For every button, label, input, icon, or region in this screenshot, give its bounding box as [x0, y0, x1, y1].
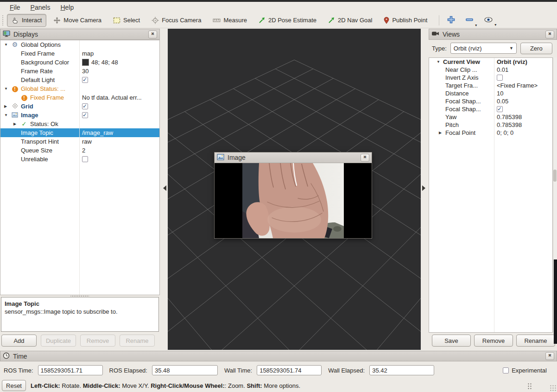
tree-value[interactable]: 0; 0; 0	[497, 129, 513, 136]
tool-visibility-button[interactable]: ▾	[481, 14, 496, 26]
reset-button[interactable]: Reset	[2, 380, 26, 391]
add-button[interactable]: Add	[1, 335, 37, 347]
tree-row-fixed-frame[interactable]: Fixed Frame map	[0, 49, 159, 58]
tree-row-queue-size[interactable]: Queue Size 2	[0, 146, 159, 155]
pose-estimate-tool-button[interactable]: 2D Pose Estimate	[254, 14, 321, 26]
image-window-close-button[interactable]: ✖	[361, 154, 369, 162]
save-view-button[interactable]: Save	[432, 335, 471, 347]
publish-point-tool-button[interactable]: Publish Point	[379, 14, 432, 27]
views-scrollbar-handle[interactable]	[553, 170, 557, 182]
tree-row-near-clip[interactable]: Near Clip ... 0.01	[429, 66, 552, 74]
interact-tool-button[interactable]: Interact	[7, 14, 46, 27]
views-close-button[interactable]: ✖	[545, 31, 554, 38]
focal-shape-checkbox[interactable]	[497, 106, 503, 112]
tree-row-focal-point[interactable]: ▶Focal Point 0; 0; 0	[429, 129, 552, 137]
resize-grip[interactable]	[550, 385, 556, 391]
displays-close-button[interactable]: ✖	[148, 31, 157, 38]
image-window-titlebar[interactable]: Image ✖	[215, 152, 372, 163]
tree-value[interactable]: 0.01	[497, 66, 508, 73]
chevron-right-icon[interactable]: ▶	[13, 122, 20, 126]
chevron-down-icon[interactable]: ▼	[4, 113, 11, 117]
tree-row-pitch[interactable]: Pitch 0.785398	[429, 121, 552, 129]
ros-elapsed-input[interactable]	[152, 365, 218, 375]
tree-row-default-light[interactable]: Default Light	[0, 76, 159, 84]
collapse-right-panel-arrow[interactable]	[422, 185, 425, 191]
view-type-dropdown[interactable]: Orbit (rviz) ▼	[450, 43, 517, 54]
select-tool-button[interactable]: Select	[108, 14, 145, 26]
views-panel-titlebar[interactable]: Views ✖	[429, 29, 557, 40]
column-divider[interactable]	[79, 40, 80, 295]
chevron-right-icon[interactable]: ▶	[439, 131, 445, 135]
tree-row-transport-hint[interactable]: Transport Hint raw	[0, 137, 159, 146]
tree-row-frame-rate[interactable]: Frame Rate 30	[0, 67, 159, 76]
default-light-checkbox[interactable]	[82, 77, 88, 83]
tree-row-status-fixed-frame[interactable]: !Fixed Frame No tf data. Actual err...	[0, 93, 159, 102]
move-camera-tool-button[interactable]: Move Camera	[49, 14, 106, 27]
add-tool-button[interactable]	[444, 14, 458, 27]
tree-value[interactable]: map	[82, 50, 94, 57]
tree-row-invert-z[interactable]: Invert Z Axis	[429, 74, 552, 82]
tree-value[interactable]: 0.05	[497, 98, 508, 105]
tree-value[interactable]: <Fixed Frame>	[497, 82, 538, 89]
tree-value[interactable]: /image_raw	[82, 129, 113, 136]
tree-row-current-view[interactable]: ▼Current View Orbit (rviz)	[429, 58, 552, 66]
tree-value[interactable]: 2	[82, 147, 85, 154]
remove-button[interactable]: Remove	[80, 335, 115, 347]
column-divider[interactable]	[494, 58, 494, 332]
tree-row-global-options[interactable]: ▼⚙Global Options	[0, 40, 159, 49]
grid-enabled-checkbox[interactable]	[82, 103, 88, 109]
tree-row-image[interactable]: ▼Image	[0, 111, 159, 120]
toolbar-drag-handle[interactable]	[2, 15, 4, 26]
tree-row-target-frame[interactable]: Target Fra... <Fixed Frame>	[429, 82, 552, 89]
remove-tool-button[interactable]: ▾	[462, 14, 477, 27]
collapse-left-panel-arrow[interactable]	[163, 185, 166, 191]
tree-row-background-color[interactable]: Background Color 48; 48; 48	[0, 58, 159, 67]
duplicate-button[interactable]: Duplicate	[41, 335, 76, 347]
tree-value[interactable]: 0.785398	[497, 121, 522, 128]
time-panel-titlebar[interactable]: Time ✖	[0, 351, 557, 361]
invert-z-checkbox[interactable]	[497, 75, 503, 81]
remove-view-button[interactable]: Remove	[474, 335, 513, 347]
measure-tool-button[interactable]: Measure	[208, 14, 252, 26]
image-window[interactable]: Image ✖	[214, 152, 372, 239]
experimental-toggle[interactable]: Experimental	[503, 367, 547, 374]
chevron-right-icon[interactable]: ▶	[4, 104, 11, 108]
tree-value[interactable]: 0.785398	[497, 114, 522, 120]
tree-row-image-topic[interactable]: Image Topic /image_raw	[0, 128, 159, 137]
tree-value[interactable]: raw	[82, 138, 92, 145]
rename-button[interactable]: Rename	[120, 335, 155, 347]
unreliable-checkbox[interactable]	[82, 156, 88, 162]
displays-panel-titlebar[interactable]: Displays ✖	[0, 29, 160, 40]
menu-file[interactable]: File	[5, 3, 25, 12]
tree-value[interactable]: 10	[497, 90, 503, 97]
menu-help[interactable]: Help	[55, 3, 79, 12]
nav-goal-tool-button[interactable]: 2D Nav Goal	[323, 14, 377, 26]
chevron-down-icon[interactable]: ▼	[4, 43, 11, 47]
chevron-down-icon[interactable]: ▾	[475, 24, 477, 27]
wall-elapsed-input[interactable]	[369, 365, 434, 375]
chevron-down-icon[interactable]: ▼	[4, 87, 11, 91]
tree-value[interactable]: 30	[82, 68, 89, 75]
tree-row-focal-shape-size[interactable]: Focal Shap... 0.05	[429, 97, 552, 105]
tree-row-unreliable[interactable]: Unreliable	[0, 155, 159, 164]
warning-icon: !	[12, 86, 18, 92]
zero-button[interactable]: Zero	[520, 43, 552, 54]
tree-value[interactable]: 48; 48; 48	[91, 59, 118, 66]
experimental-checkbox[interactable]	[503, 367, 509, 373]
tree-row-grid[interactable]: ▶Grid	[0, 102, 159, 111]
focus-camera-tool-button[interactable]: Focus Camera	[147, 14, 206, 27]
tree-row-focal-shape-fixed[interactable]: Focal Shap...	[429, 105, 552, 113]
tree-row-status-ok[interactable]: ▶✓Status: Ok	[0, 120, 159, 128]
chevron-down-icon[interactable]: ▾	[494, 23, 496, 27]
tree-row-yaw[interactable]: Yaw 0.785398	[429, 113, 552, 121]
wall-time-input[interactable]	[257, 365, 322, 375]
color-swatch[interactable]	[82, 59, 89, 66]
ros-time-input[interactable]	[38, 365, 103, 375]
menu-panels[interactable]: Panels	[25, 3, 56, 12]
rename-view-button[interactable]: Rename	[516, 335, 555, 347]
time-close-button[interactable]: ✖	[545, 352, 554, 360]
chevron-down-icon[interactable]: ▼	[437, 60, 443, 64]
tree-row-distance[interactable]: Distance 10	[429, 89, 552, 97]
image-enabled-checkbox[interactable]	[82, 112, 88, 118]
tree-row-global-status[interactable]: ▼!Global Status: ...	[0, 84, 159, 93]
